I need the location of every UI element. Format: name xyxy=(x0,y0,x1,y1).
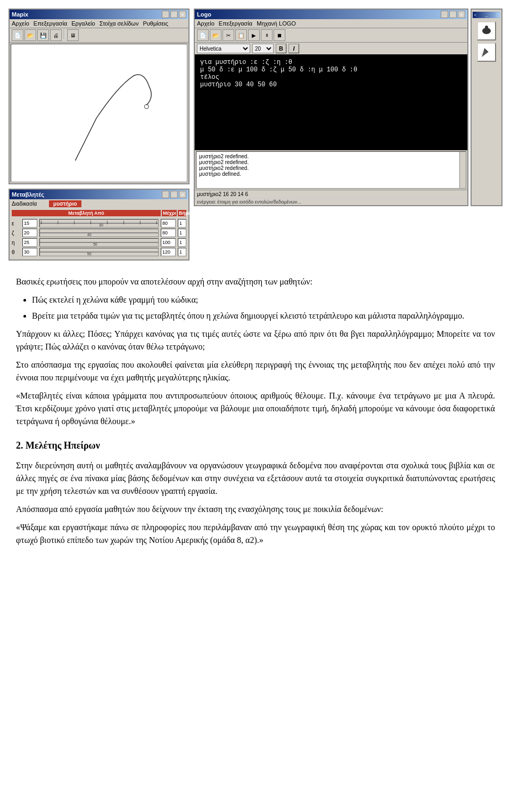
toolbar-btn-2[interactable]: 📂 xyxy=(24,29,36,41)
metaviites-window: Μεταβλητές _ □ × Διαδικασία μυστήριο Μετ… xyxy=(9,189,189,261)
section2-heading: 2. Μελέτης Ηπείρων xyxy=(16,439,495,453)
var-eta: η xyxy=(12,240,20,246)
toolbar-btn-5[interactable]: 🖥 xyxy=(67,29,79,41)
meta-row-epsilon: ε |||||||| 30 xyxy=(12,219,186,228)
slider-eta[interactable]: 50 xyxy=(39,238,159,247)
logo-tb-1[interactable]: 📄 xyxy=(197,29,209,41)
mapix-close[interactable]: × xyxy=(179,11,186,18)
logo-tb-2[interactable]: 📂 xyxy=(210,29,221,41)
logo-minimize[interactable]: _ xyxy=(441,11,448,18)
logo-tb-4[interactable]: 📋 xyxy=(235,29,247,41)
icon-turtle[interactable] xyxy=(477,21,496,40)
mapix-menu-pages[interactable]: Στοίχα σελίδων xyxy=(100,20,139,27)
output-line-1: μυστήριο2 redefined. xyxy=(199,153,463,159)
mapix-toolbar: 📄 📂 💾 🖨 🖥 xyxy=(10,28,188,43)
svg-point-0 xyxy=(144,104,149,109)
logo-code-area[interactable]: για μυστήριο :ε :ζ :η :θ μ 50 δ :ε μ 100… xyxy=(195,54,467,150)
logo-menu-edit[interactable]: Επεξεργασία xyxy=(219,20,252,27)
var-epsilon: ε xyxy=(12,221,20,226)
quote1: «Μεταβλητές είναι κάποια γράμματα που αν… xyxy=(16,389,495,428)
logo-output-box: μυστήριο2 redefined. μυστήριο2 redefined… xyxy=(196,151,466,189)
step-theta[interactable] xyxy=(178,248,186,256)
metaviites-titlebar: Μεταβλητές _ □ × xyxy=(10,190,188,199)
logo-font-select[interactable]: Helvetica xyxy=(197,44,250,53)
meta-row-theta: θ 50 xyxy=(12,248,186,256)
logo-status: ενέργεια: έτοιμη για εισόδο εντολών/δεδο… xyxy=(195,198,467,205)
mapix-canvas xyxy=(11,44,187,182)
logo-maximize[interactable]: □ xyxy=(449,11,457,18)
meta-row-eta: η 50 xyxy=(12,238,186,247)
right-column: Logo _ □ × Αρχείο Επεξεργασία Μηχανή LOG… xyxy=(194,9,502,206)
bullet-list: Πώς εκτελεί η χελώνα κάθε γραμμή του κώδ… xyxy=(32,294,495,322)
mapix-controls: _ □ × xyxy=(162,11,186,18)
left-column: Mapix _ □ × Αρχείο Επεξεργασία Εργαλείο … xyxy=(9,9,189,261)
metaviites-col-headers: Μεταβλητή Από Μέχρι Βήμα xyxy=(10,208,188,217)
logo-tb-3[interactable]: ✂ xyxy=(222,29,234,41)
slider-epsilon[interactable]: |||||||| 30 xyxy=(39,219,159,228)
icon-panel-title-x: × xyxy=(474,12,476,18)
from-eta[interactable] xyxy=(22,238,37,247)
logo-titlebar: Logo _ □ × xyxy=(195,10,467,19)
bullet-item-2: Βρείτε μια τετράδα τιμών για τις μεταβλη… xyxy=(32,310,495,322)
step-eta[interactable] xyxy=(178,238,186,247)
section2-para1: Στην διερεύνηση αυτή οι μαθητές αναλαμβά… xyxy=(16,459,495,498)
mapix-maximize[interactable]: □ xyxy=(170,11,178,18)
from-theta[interactable] xyxy=(22,248,37,256)
logo-window: Logo _ □ × Αρχείο Επεξεργασία Μηχανή LOG… xyxy=(194,9,468,206)
metaviites-procedure: μυστήριο xyxy=(49,200,81,207)
metaviites-controls: _ □ × xyxy=(162,191,186,198)
section2-para2: Απόσπασμα από εργασία μαθητών που δείχνο… xyxy=(16,503,495,516)
mapix-menubar: Αρχείο Επεξεργασία Εργαλείο Στοίχα σελίδ… xyxy=(10,19,188,28)
from-zeta[interactable] xyxy=(22,229,37,237)
toolbar-btn-1[interactable]: 📄 xyxy=(12,29,23,41)
to-eta[interactable] xyxy=(161,238,176,247)
slider-zeta[interactable]: 40 xyxy=(39,229,159,237)
metaviites-minimize[interactable]: _ xyxy=(162,191,169,198)
metaviites-submenu: Διαδικασία μυστήριο xyxy=(10,199,188,208)
from-epsilon[interactable] xyxy=(22,219,37,228)
main-text-content: Βασικές ερωτήσεις που μπορούν να αποτελέ… xyxy=(0,265,511,563)
logo-tb-6[interactable]: ⏸ xyxy=(261,29,273,41)
logo-toolbar: 📄 📂 ✂ 📋 ▶ ⏸ ⏹ xyxy=(195,28,467,43)
mapix-menu-tool[interactable]: Εργαλείο xyxy=(71,20,95,27)
logo-close[interactable]: × xyxy=(458,11,465,18)
output-scrollbar[interactable] xyxy=(459,152,466,188)
status-text: ενέργεια: έτοιμη για εισόδο εντολών/δεδο… xyxy=(197,199,301,205)
bullet-item-1: Πώς εκτελεί η χελώνα κάθε γραμμή του κώδ… xyxy=(32,294,495,306)
icon-panel: × _ □ xyxy=(471,9,502,206)
to-zeta[interactable] xyxy=(161,229,176,237)
step-zeta[interactable] xyxy=(178,229,186,237)
to-theta[interactable] xyxy=(161,248,176,256)
var-theta: θ xyxy=(12,249,20,255)
mapix-menu-edit[interactable]: Επεξεργασία xyxy=(34,20,67,27)
output-line-4: μυστήριο defined. xyxy=(199,171,463,177)
logo-italic-btn[interactable]: I xyxy=(289,44,299,53)
mapix-menu-file[interactable]: Αρχείο xyxy=(12,20,29,27)
meta-row-zeta: ζ 40 xyxy=(12,229,186,237)
metaviites-close[interactable]: × xyxy=(179,191,186,198)
toolbar-btn-3[interactable]: 💾 xyxy=(37,29,49,41)
mapix-minimize[interactable]: _ xyxy=(162,11,169,18)
logo-title: Logo xyxy=(197,11,211,18)
toolbar-btn-4[interactable]: 🖨 xyxy=(50,29,62,41)
logo-size-select[interactable]: 20 xyxy=(252,44,274,53)
quote2: «Ψάξαμε και εργαστήκαμε πάνω σε πληροφορ… xyxy=(16,521,495,547)
logo-bold-btn[interactable]: B xyxy=(276,44,286,53)
to-epsilon[interactable] xyxy=(161,219,176,228)
output-line-3: μυστήριο2 redefined. xyxy=(199,165,463,171)
mapix-menu-settings[interactable]: Ρυθμίσεις xyxy=(143,20,168,27)
logo-menu-file[interactable]: Αρχείο xyxy=(197,20,215,27)
metaviites-diakopia[interactable]: Διαδικασία xyxy=(12,201,37,207)
paragraph2: Υπάρχουν κι άλλες; Πόσες; Υπάρχει κανόνα… xyxy=(16,328,495,353)
toolbar-separator xyxy=(64,29,65,39)
slider-theta[interactable]: 50 xyxy=(39,248,159,256)
mapix-titlebar: Mapix _ □ × xyxy=(10,10,188,19)
logo-font-row: Helvetica 20 B I xyxy=(195,43,467,54)
code-line-4: μυστήριο 30 40 50 60 xyxy=(200,81,462,88)
logo-menu-engine[interactable]: Μηχανή LOGO xyxy=(257,20,296,27)
icon-pen[interactable] xyxy=(477,43,496,62)
logo-tb-7[interactable]: ⏹ xyxy=(274,29,285,41)
metaviites-maximize[interactable]: □ xyxy=(170,191,178,198)
step-epsilon[interactable] xyxy=(178,219,186,228)
logo-tb-5[interactable]: ▶ xyxy=(248,29,260,41)
